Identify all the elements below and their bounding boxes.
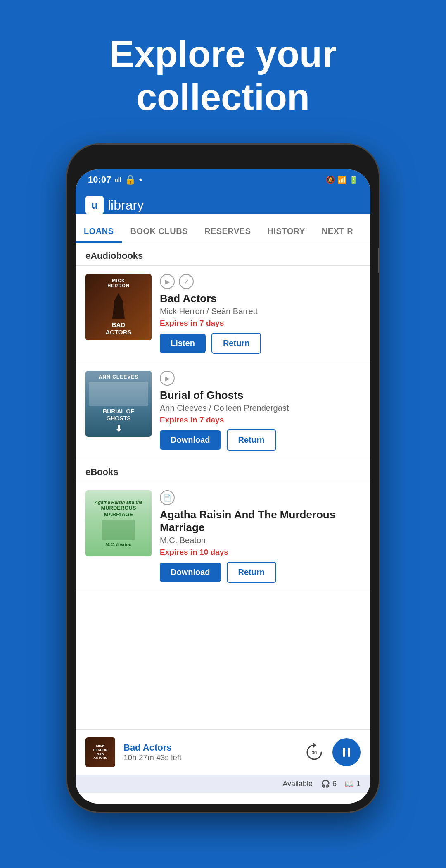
side-button xyxy=(378,248,380,273)
burial-title: Burial of Ghosts xyxy=(160,389,361,402)
agatha-title: Agatha Raisin And The Murderous Marriage xyxy=(160,508,361,534)
agatha-expires: Expires in 10 days xyxy=(160,548,361,557)
return-button-bad-actors[interactable]: Return xyxy=(211,333,261,354)
book-info-burial: ▶ Burial of Ghosts Ann Cleeves / Colleen… xyxy=(160,371,361,451)
now-playing-title: Bad Actors xyxy=(123,742,294,753)
now-playing-bar: MICKHERRONBADACTORS Bad Actors 10h 27m 4… xyxy=(76,729,370,775)
status-bar: 10:07 ull 🔒 • 🔕 📶 🔋 xyxy=(76,169,370,190)
download-button-burial[interactable]: Download xyxy=(160,430,221,450)
bad-actors-title: Bad Actors xyxy=(160,292,361,305)
pause-icon xyxy=(339,745,353,759)
now-playing-controls: 30 xyxy=(302,738,361,766)
book-icon-agatha: 📄 xyxy=(160,490,175,505)
section-eaudiobooks-header: eAudiobooks xyxy=(76,243,370,266)
app-header: u library xyxy=(76,190,370,214)
book-meta-icons-bad-actors: ▶ ✓ xyxy=(160,274,361,289)
now-playing-time: 10h 27m 43s left xyxy=(123,753,294,762)
nav-ebooks[interactable]: eBooks xyxy=(194,800,253,804)
phone-screen: 10:07 ull 🔒 • 🔕 📶 🔋 u xyxy=(76,169,370,804)
nav-more[interactable]: ••• More xyxy=(311,802,370,804)
status-time: 10:07 xyxy=(88,174,111,185)
status-wifi-icon: 📶 xyxy=(337,175,346,184)
replay-icon: 30 xyxy=(304,742,325,763)
play-circle-icon-burial: ▶ xyxy=(160,371,175,386)
pause-button[interactable] xyxy=(332,738,361,766)
logo-letter: u xyxy=(91,199,98,212)
cover-author-burial: Ann Cleeves xyxy=(99,374,138,380)
book-cover-bad-actors: MICKHERRON BADACTORS xyxy=(85,274,152,340)
agatha-cover-image xyxy=(102,520,135,540)
nav-my-ulibrary[interactable]: My uLibrary xyxy=(76,800,135,804)
return-button-burial[interactable]: Return xyxy=(227,429,276,451)
book-cover-agatha: Agatha Raisin and the MURDEROUSMARRIAGE … xyxy=(85,490,152,556)
phone-notch xyxy=(198,145,248,156)
agatha-cover-title: MURDEROUSMARRIAGE xyxy=(101,505,136,517)
check-circle-icon: ✓ xyxy=(179,274,194,289)
hero-title: Explore yourcollection xyxy=(0,33,446,119)
content-area: eAudiobooks MICKHERRON BADACTORS ▶ ✓ xyxy=(76,243,370,729)
return-button-agatha[interactable]: Return xyxy=(227,562,276,583)
now-playing-cover-text: MICKHERRONBADACTORS xyxy=(93,744,108,760)
bad-actors-actions: Listen Return xyxy=(160,333,361,354)
listen-button-bad-actors[interactable]: Listen xyxy=(160,334,206,353)
tab-history[interactable]: HISTORY xyxy=(259,220,313,243)
book-cover-burial: Ann Cleeves BURIAL OFGHOSTS ⬇ xyxy=(85,371,152,437)
app-logo-box: u xyxy=(85,196,104,214)
audio-available-count: 🎧 6 xyxy=(321,779,337,788)
status-lock-icon: 🔒 xyxy=(125,174,136,185)
tab-next-r[interactable]: NEXT R xyxy=(313,220,361,243)
ebook-icon: 📖 xyxy=(345,779,354,788)
phone-frame: 10:07 ull 🔒 • 🔕 📶 🔋 u xyxy=(66,143,380,813)
available-label: Available xyxy=(282,780,313,788)
cover-title-burial: BURIAL OFGHOSTS xyxy=(103,408,134,422)
download-button-agatha[interactable]: Download xyxy=(160,563,221,582)
now-playing-cover: MICKHERRONBADACTORS xyxy=(85,737,115,767)
app-name: library xyxy=(108,198,144,213)
svg-text:30: 30 xyxy=(312,750,317,755)
hero-section: Explore yourcollection 10:07 ull 🔒 • 🔕 � xyxy=(0,0,446,813)
status-battery-icon: 🔋 xyxy=(349,175,358,184)
section-ebooks-header: eBooks xyxy=(76,459,370,482)
audio-icon: 🎧 xyxy=(321,779,330,788)
bottom-nav: My uLibrary eAudiobooks xyxy=(76,793,370,804)
ebook-available-count: 📖 1 xyxy=(345,779,361,788)
agatha-author: M.C. Beaton xyxy=(160,536,361,545)
tab-reserves[interactable]: RESERVES xyxy=(196,220,259,243)
burial-expires: Expires in 7 days xyxy=(160,415,361,424)
book-item-bad-actors: MICKHERRON BADACTORS ▶ ✓ Bad Actors Mick… xyxy=(76,266,370,362)
book-info-agatha: 📄 Agatha Raisin And The Murderous Marria… xyxy=(160,490,361,583)
status-mute-icon: 🔕 xyxy=(326,175,335,184)
bad-actors-author: Mick Herron / Seán Barrett xyxy=(160,307,361,316)
tab-loans[interactable]: LOANS xyxy=(76,220,122,243)
cover-author-bad-actors: MICKHERRON xyxy=(107,278,130,288)
agatha-cover-sub: Agatha Raisin and the xyxy=(95,500,142,505)
cover-image-burial xyxy=(89,382,148,406)
tab-bar: LOANS BOOK CLUBS RESERVES HISTORY NEXT R xyxy=(76,220,370,243)
svg-rect-2 xyxy=(348,748,350,757)
status-signal-icon: ull xyxy=(114,176,121,183)
burial-author: Ann Cleeves / Colleen Prendergast xyxy=(160,403,361,413)
agatha-actions: Download Return xyxy=(160,562,361,583)
bad-actors-expires: Expires in 7 days xyxy=(160,319,361,328)
svg-rect-1 xyxy=(343,748,345,757)
status-dot: • xyxy=(139,174,142,185)
book-meta-icons-burial: ▶ xyxy=(160,371,361,386)
available-bar: Available 🎧 6 📖 1 xyxy=(76,775,370,793)
book-info-bad-actors: ▶ ✓ Bad Actors Mick Herron / Seán Barret… xyxy=(160,274,361,354)
nav-search[interactable]: Search xyxy=(252,800,311,804)
tab-book-clubs[interactable]: BOOK CLUBS xyxy=(122,220,196,243)
cover-silhouette xyxy=(108,293,129,319)
nav-eaudiobooks[interactable]: eAudiobooks xyxy=(135,800,194,804)
cover-title-bad-actors: BADACTORS xyxy=(105,321,131,336)
book-meta-icons-agatha: 📄 xyxy=(160,490,361,505)
play-circle-icon: ▶ xyxy=(160,274,175,289)
replay-30-button[interactable]: 30 xyxy=(302,740,327,765)
book-item-agatha-raisin: Agatha Raisin and the MURDEROUSMARRIAGE … xyxy=(76,482,370,591)
now-playing-info: Bad Actors 10h 27m 43s left xyxy=(123,742,294,762)
download-icon-cover: ⬇ xyxy=(115,424,122,434)
burial-actions: Download Return xyxy=(160,429,361,451)
book-item-burial-of-ghosts: Ann Cleeves BURIAL OFGHOSTS ⬇ ▶ Burial o… xyxy=(76,362,370,459)
agatha-cover-author: M.C. Beaton xyxy=(105,542,132,547)
